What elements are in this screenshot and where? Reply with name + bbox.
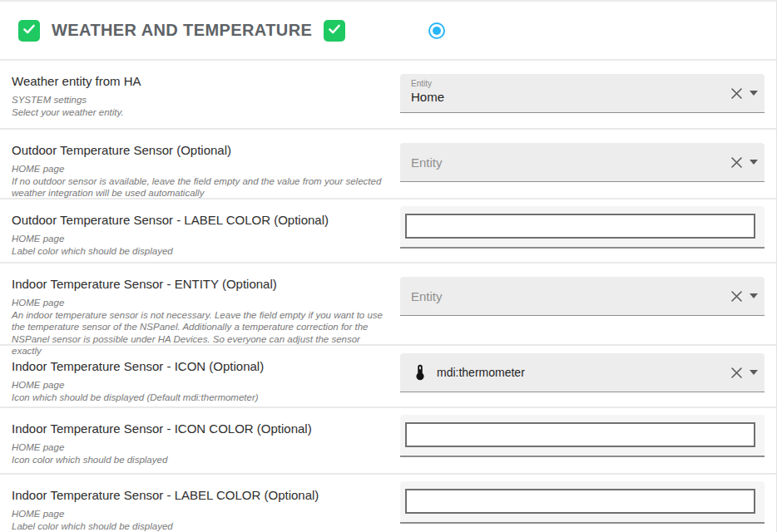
chevron-down-icon[interactable] xyxy=(750,91,758,96)
chevron-down-icon[interactable] xyxy=(750,160,758,165)
thermometer-icon xyxy=(411,363,429,382)
outdoor-entity-select[interactable]: Entity xyxy=(400,143,765,182)
setting-description: Label color which should be displayed xyxy=(12,245,387,258)
clear-x-icon[interactable] xyxy=(729,155,744,170)
setting-heading: Indoor Temperature Sensor - ENTITY (Opti… xyxy=(12,277,387,291)
setting-row-indoor-icon-color: Indoor Temperature Sensor - ICON COLOR (… xyxy=(0,408,776,475)
setting-row-weather-entity: Weather entity from HA SYSTEM settings S… xyxy=(0,61,776,130)
indoor-label-color-input[interactable] xyxy=(405,489,755,514)
setting-context: SYSTEM settings xyxy=(12,94,387,106)
outdoor-label-color-input[interactable] xyxy=(405,214,755,239)
setting-context: HOME page xyxy=(12,163,387,175)
setting-heading: Indoor Temperature Sensor - ICON (Option… xyxy=(12,359,387,373)
weather-entity-select[interactable]: Entity Home xyxy=(400,74,765,113)
setting-context: HOME page xyxy=(12,441,387,454)
select-placeholder: Entity xyxy=(411,155,443,170)
indoor-icon-color-input[interactable] xyxy=(405,422,755,447)
section-title: WEATHER AND TEMPERATURE xyxy=(52,21,312,40)
chevron-down-icon[interactable] xyxy=(750,370,758,375)
setting-context: HOME page xyxy=(12,297,387,309)
check-icon xyxy=(327,22,342,40)
setting-description: Select your weather entity. xyxy=(12,106,387,119)
indoor-label-color-field xyxy=(400,481,765,524)
setting-row-indoor-label-color: Indoor Temperature Sensor - LABEL COLOR … xyxy=(0,475,776,532)
section-secondary-checkbox[interactable] xyxy=(324,20,345,42)
select-float-label: Entity xyxy=(411,79,718,89)
indoor-entity-select[interactable]: Entity xyxy=(400,277,765,316)
setting-description: Icon which should be displayed (Default … xyxy=(12,392,387,404)
setting-heading: Indoor Temperature Sensor - LABEL COLOR … xyxy=(12,488,387,502)
section-header: WEATHER AND TEMPERATURE xyxy=(0,2,776,61)
setting-row-indoor-icon: Indoor Temperature Sensor - ICON (Option… xyxy=(0,346,776,408)
setting-context: HOME page xyxy=(12,508,387,520)
clear-x-icon[interactable] xyxy=(729,86,744,101)
setting-description: Icon color which should be displayed xyxy=(12,454,387,466)
setting-context: HOME page xyxy=(12,379,387,392)
select-value: mdi:thermometer xyxy=(437,364,525,381)
check-icon xyxy=(22,22,37,40)
setting-context: HOME page xyxy=(12,233,387,245)
select-value: Home xyxy=(411,89,718,106)
setting-heading: Outdoor Temperature Sensor - LABEL COLOR… xyxy=(12,213,387,227)
clear-x-icon[interactable] xyxy=(729,365,744,380)
outdoor-label-color-field xyxy=(400,206,765,249)
section-enabled-checkbox[interactable] xyxy=(18,20,40,42)
setting-description: If no outdoor sensor is available, leave… xyxy=(12,175,387,200)
radio-selected-icon[interactable] xyxy=(428,22,445,39)
setting-heading: Weather entity from HA xyxy=(12,74,387,88)
setting-description: Label color which should be displayed xyxy=(12,520,387,532)
setting-row-outdoor-sensor: Outdoor Temperature Sensor (Optional) HO… xyxy=(0,130,776,200)
chevron-down-icon[interactable] xyxy=(750,293,758,298)
select-placeholder: Entity xyxy=(411,289,443,303)
setting-row-outdoor-label-color: Outdoor Temperature Sensor - LABEL COLOR… xyxy=(0,200,776,264)
indoor-icon-select[interactable]: mdi:thermometer xyxy=(400,353,765,392)
clear-x-icon[interactable] xyxy=(729,288,744,303)
setting-heading: Indoor Temperature Sensor - ICON COLOR (… xyxy=(12,421,387,436)
settings-page: WEATHER AND TEMPERATURE Weather entity f… xyxy=(0,0,777,532)
setting-row-indoor-entity: Indoor Temperature Sensor - ENTITY (Opti… xyxy=(0,264,776,346)
indoor-icon-color-field xyxy=(400,415,765,457)
setting-heading: Outdoor Temperature Sensor (Optional) xyxy=(12,143,387,157)
